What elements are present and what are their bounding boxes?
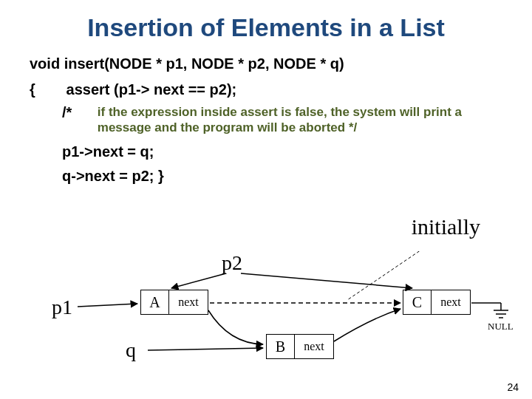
svg-line-2 bbox=[241, 273, 412, 288]
function-signature: void insert(NODE * p1, NODE * p2, NODE *… bbox=[30, 55, 532, 72]
diagram: p1 p2 q A next C next B next NULL bbox=[0, 251, 532, 384]
comment-text: if the expression inside assert is false… bbox=[98, 104, 497, 136]
comment-row: /* if the expression inside assert is fa… bbox=[62, 104, 532, 136]
assert-line: assert (p1-> next == p2); bbox=[66, 81, 237, 98]
svg-line-0 bbox=[78, 304, 137, 307]
statement-2: q->next = p2; } bbox=[62, 168, 532, 185]
slide-title: Insertion of Elements in a List bbox=[0, 0, 532, 42]
svg-line-5 bbox=[347, 251, 432, 300]
brace-open: { bbox=[30, 81, 62, 98]
initially-label: initially bbox=[412, 214, 480, 239]
page-number: 24 bbox=[507, 381, 519, 393]
comment-open: /* bbox=[62, 104, 72, 121]
svg-line-3 bbox=[148, 348, 263, 350]
code-block: { assert (p1-> next == p2); bbox=[30, 81, 532, 98]
statement-1: p1->next = q; bbox=[62, 143, 532, 160]
svg-line-1 bbox=[171, 273, 226, 288]
diagram-arrows bbox=[0, 251, 532, 399]
